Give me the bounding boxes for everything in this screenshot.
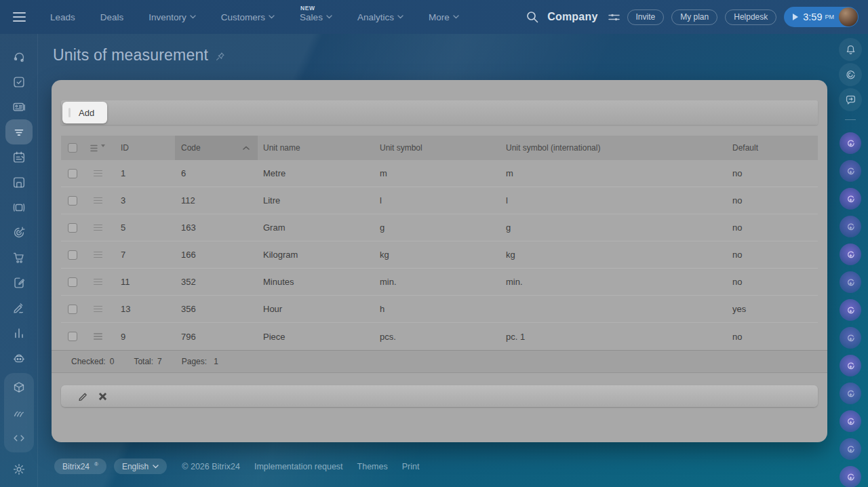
column-header-unit-name[interactable]: Unit name bbox=[258, 136, 374, 160]
copilot-badge[interactable] bbox=[840, 327, 861, 349]
table-row[interactable]: 1 6 Metre m m no bbox=[61, 160, 818, 187]
table-row[interactable]: 5 163 Gram g g no bbox=[61, 214, 818, 241]
sidebar-item-warehouse[interactable] bbox=[5, 170, 33, 195]
table-row[interactable]: 13 356 Hour h yes bbox=[61, 296, 818, 323]
sidebar-item-sales-target[interactable] bbox=[5, 220, 33, 245]
row-menu-icon[interactable] bbox=[94, 306, 102, 313]
brand-button[interactable]: Bitrix24® bbox=[54, 459, 106, 474]
sidebar-item-settings[interactable] bbox=[5, 456, 33, 482]
copilot-badge[interactable] bbox=[840, 299, 861, 321]
select-all-checkbox[interactable] bbox=[68, 143, 77, 153]
copilot-badge[interactable] bbox=[840, 438, 861, 460]
grid-settings-icon[interactable] bbox=[90, 144, 105, 152]
row-checkbox[interactable] bbox=[68, 332, 77, 341]
row-menu-icon[interactable] bbox=[94, 279, 102, 286]
row-menu-icon[interactable] bbox=[94, 252, 102, 258]
row-menu-icon[interactable] bbox=[94, 197, 102, 204]
cell-code: 6 bbox=[175, 168, 258, 178]
row-checkbox[interactable] bbox=[68, 277, 77, 287]
sidebar-item-market[interactable] bbox=[5, 375, 33, 400]
delete-icon[interactable] bbox=[98, 391, 108, 402]
copyright-text: © 2026 Bitrix24 bbox=[182, 462, 240, 471]
filter-lines-icon bbox=[12, 125, 26, 140]
my-plan-button[interactable]: My plan bbox=[671, 9, 717, 25]
registered-mark: ® bbox=[94, 461, 98, 467]
table-row[interactable]: 11 352 Minutes min. min. no bbox=[61, 269, 818, 296]
page-footer: Bitrix24® English © 2026 Bitrix24 Implem… bbox=[54, 459, 419, 474]
helpdesk-button[interactable]: Helpdesk bbox=[725, 9, 776, 25]
copilot-badge[interactable] bbox=[840, 216, 861, 237]
nav-label: Analytics bbox=[357, 12, 394, 22]
new-badge: NEW bbox=[300, 5, 315, 12]
copilot-badge[interactable] bbox=[840, 132, 861, 154]
nav-item-deals[interactable]: Deals bbox=[100, 12, 124, 22]
nav-item-analytics[interactable]: Analytics bbox=[357, 12, 403, 22]
column-header-id[interactable]: ID bbox=[111, 136, 175, 160]
cart-icon bbox=[12, 250, 26, 265]
copilot-badge[interactable] bbox=[840, 466, 861, 487]
column-header-code[interactable]: Code bbox=[175, 136, 258, 160]
implementation-request-link[interactable]: Implementation request bbox=[254, 462, 343, 471]
notifications-button[interactable] bbox=[839, 38, 862, 61]
sidebar-item-reports[interactable] bbox=[5, 320, 33, 345]
copilot-badge[interactable] bbox=[840, 355, 861, 376]
messenger-button[interactable] bbox=[839, 88, 862, 111]
sidebar-item-ai[interactable] bbox=[5, 345, 33, 370]
row-checkbox[interactable] bbox=[68, 250, 77, 260]
table-row[interactable]: 7 166 Kilogram kg kg no bbox=[61, 241, 818, 269]
table-row[interactable]: 3 112 Litre l l no bbox=[61, 187, 818, 214]
summary-pages: Pages: 1 bbox=[182, 357, 218, 366]
row-checkbox[interactable] bbox=[68, 305, 77, 314]
row-checkbox[interactable] bbox=[68, 169, 77, 178]
chevron-down-icon bbox=[153, 465, 159, 469]
print-link[interactable]: Print bbox=[402, 462, 420, 471]
row-menu-icon[interactable] bbox=[94, 333, 102, 340]
sidebar-item-crm[interactable] bbox=[5, 44, 33, 69]
copilot-badge[interactable] bbox=[840, 160, 861, 182]
row-menu-icon[interactable] bbox=[94, 225, 102, 231]
copilot-badge[interactable] bbox=[840, 188, 861, 210]
sidebar-item-tasks[interactable] bbox=[5, 69, 33, 94]
copilot-badge[interactable] bbox=[840, 383, 861, 404]
pin-icon[interactable] bbox=[215, 51, 226, 62]
user-avatar[interactable] bbox=[839, 7, 858, 26]
column-header-unit-symbol[interactable]: Unit symbol bbox=[374, 136, 500, 160]
nav-item-inventory[interactable]: Inventory bbox=[149, 12, 196, 22]
sidebar-item-documents[interactable] bbox=[5, 270, 33, 295]
nav-item-leads[interactable]: Leads bbox=[50, 12, 75, 22]
clock-widget[interactable]: 3:59 PM bbox=[784, 7, 859, 27]
page-header: Units of measurement bbox=[53, 46, 226, 64]
edit-icon[interactable] bbox=[77, 391, 89, 402]
sidebar-item-store[interactable] bbox=[5, 245, 33, 270]
column-header-default[interactable]: Default bbox=[727, 136, 818, 160]
pages-label: Pages: bbox=[182, 357, 207, 366]
invite-button[interactable]: Invite bbox=[627, 9, 665, 25]
row-checkbox[interactable] bbox=[68, 223, 77, 233]
copilot-badge[interactable] bbox=[840, 244, 861, 265]
sliders-icon[interactable] bbox=[608, 13, 620, 22]
copilot-button[interactable] bbox=[839, 63, 862, 86]
pages-value[interactable]: 1 bbox=[214, 357, 218, 366]
nav-item-more[interactable]: More bbox=[429, 12, 459, 22]
search-icon[interactable] bbox=[526, 11, 538, 23]
row-menu-icon[interactable] bbox=[94, 170, 102, 177]
company-title[interactable]: Company bbox=[547, 11, 597, 23]
language-selector[interactable]: English bbox=[114, 459, 167, 474]
nav-item-customers[interactable]: Customers bbox=[221, 12, 275, 22]
sidebar-item-planner[interactable] bbox=[5, 144, 33, 170]
main-menu-icon[interactable] bbox=[0, 0, 38, 34]
add-button[interactable]: Add bbox=[62, 102, 107, 123]
sidebar-item-design[interactable] bbox=[5, 400, 33, 425]
table-row[interactable]: 9 796 Piece pcs. pc. 1 no bbox=[61, 323, 818, 350]
sidebar-item-contact-center[interactable] bbox=[5, 94, 33, 119]
row-checkbox[interactable] bbox=[68, 196, 77, 206]
sidebar-item-packages[interactable] bbox=[5, 195, 33, 220]
nav-item-sales[interactable]: NEW Sales bbox=[300, 12, 332, 22]
column-header-unit-symbol-intl[interactable]: Unit symbol (international) bbox=[500, 136, 727, 160]
copilot-badge[interactable] bbox=[840, 410, 861, 432]
themes-link[interactable]: Themes bbox=[357, 462, 388, 471]
sidebar-item-inventory[interactable] bbox=[5, 119, 33, 144]
sidebar-item-sign[interactable] bbox=[5, 295, 33, 320]
sidebar-item-developer[interactable] bbox=[5, 425, 33, 450]
copilot-badge[interactable] bbox=[840, 271, 861, 293]
